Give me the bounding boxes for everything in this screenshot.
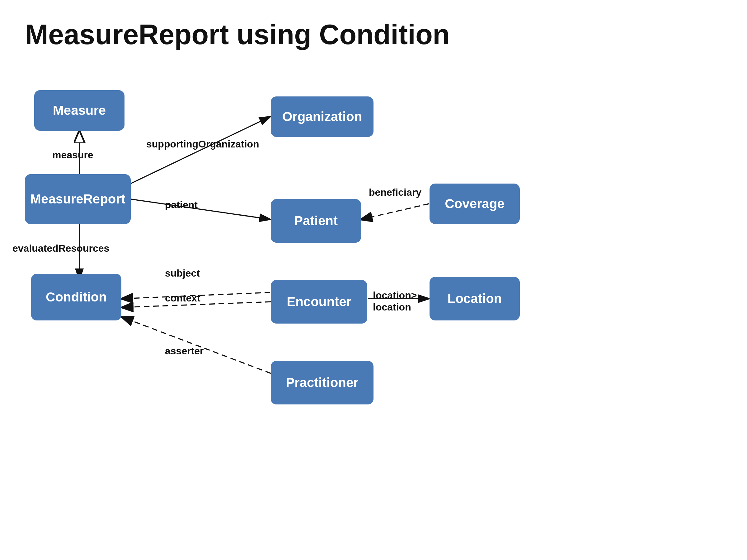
label-patient: patient [165, 199, 198, 211]
node-encounter: Encounter [271, 280, 367, 324]
node-condition: Condition [31, 274, 121, 320]
svg-line-7 [362, 204, 429, 219]
node-measurereport: MeasureReport [25, 174, 131, 224]
svg-line-3 [131, 199, 270, 219]
node-measure: Measure [34, 90, 125, 131]
label-location: location>location [373, 289, 417, 313]
label-asserter: asserter [165, 345, 204, 357]
label-beneficiary: beneficiary [369, 187, 421, 198]
node-practitioner: Practitioner [271, 361, 374, 404]
label-measure: measure [52, 149, 93, 161]
label-evaluatedResources: evaluatedResources [12, 243, 109, 254]
label-context: context [165, 292, 201, 304]
label-subject: subject [165, 268, 200, 279]
node-location: Location [430, 277, 520, 320]
label-supportingOrganization: supportingOrganization [146, 138, 259, 150]
node-organization: Organization [271, 97, 374, 137]
node-coverage: Coverage [430, 184, 520, 224]
node-patient: Patient [271, 199, 361, 243]
page-title: MeasureReport using Condition [25, 19, 450, 51]
svg-line-2 [131, 117, 270, 184]
